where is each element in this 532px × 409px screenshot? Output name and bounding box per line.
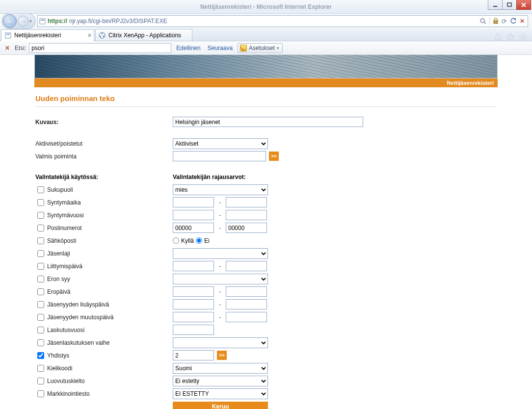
findbar-close-button[interactable]: ✕ <box>3 45 12 51</box>
svg-point-15 <box>103 35 104 36</box>
criteria-row-jasenyyden_muutospaiva: Jäsenyyden muutospäivä- <box>35 311 497 323</box>
criteria-checkbox-postinumerot[interactable] <box>37 225 44 231</box>
findbar-prev-button[interactable]: Edellinen <box>174 45 202 51</box>
criteria-checkbox-syntymavuosi[interactable] <box>37 212 44 219</box>
home-icon[interactable] <box>494 33 502 41</box>
criteria-radio-label-sahkoposti-opt2: Ei <box>204 237 210 244</box>
chevron-down-icon[interactable]: ▾ <box>29 19 32 24</box>
criteria-checkbox-sukupuoli[interactable] <box>37 186 44 193</box>
criteria-row-jasenlaskutuksen_vaihe: Jäsenlaskutuksen vaihe <box>35 336 497 349</box>
criteria-label-laskutusvuosi: Laskutusvuosi <box>47 327 84 333</box>
criteria-header-right: Valintatekijän rajausarvot: <box>173 174 246 180</box>
criteria-radio-sahkoposti-opt1[interactable] <box>173 237 179 244</box>
criteria-to-jasenyyden_lisayspaiva[interactable] <box>226 299 267 309</box>
criteria-from-jasenyyden_lisayspaiva[interactable] <box>173 299 214 309</box>
tab-close-button[interactable]: ✕ <box>87 32 92 39</box>
tab-label: Nettijäsenrekisteri <box>14 32 61 39</box>
criteria-checkbox-laskutusvuosi[interactable] <box>37 327 44 333</box>
criteria-label-jasenlaskutuksen_vaihe: Jäsenlaskutuksen vaihe <box>47 339 109 346</box>
criteria-row-markkinointiesto: MarkkinointiestoEI ESTETTY <box>35 387 497 400</box>
kuvaus-input[interactable] <box>173 117 363 127</box>
window-max-button[interactable] <box>502 0 517 10</box>
citrix-icon <box>99 32 106 39</box>
criteria-to-jasenyyden_muutospaiva[interactable] <box>226 312 267 322</box>
criteria-checkbox-jasenyyden_lisayspaiva[interactable] <box>37 301 44 308</box>
criteria-checkbox-liittymispaiva[interactable] <box>37 263 44 270</box>
criteria-row-eronsyy: Eron syy <box>35 273 497 285</box>
address-input[interactable] <box>67 17 477 26</box>
page-icon <box>4 32 11 39</box>
criteria-select-markkinointiesto[interactable]: EI ESTETTY <box>173 388 268 399</box>
findbar-input[interactable] <box>29 43 171 53</box>
window-min-button[interactable] <box>488 0 503 10</box>
criteria-from-syntymavuosi[interactable] <box>173 210 214 220</box>
nav-back-button[interactable]: ← <box>3 14 17 28</box>
criteria-checkbox-luovutuskielto[interactable] <box>37 378 44 384</box>
findbar-next-button[interactable]: Seuraava <box>206 45 235 51</box>
window-close-button[interactable] <box>516 0 531 10</box>
criteria-checkbox-markkinointiesto[interactable] <box>37 390 44 397</box>
criteria-from-syntymaaika[interactable] <box>173 197 214 207</box>
criteria-label-sukupuoli: Sukupuoli <box>47 186 73 193</box>
criteria-checkbox-yhdistys[interactable] <box>37 352 44 359</box>
svg-line-22 <box>521 34 522 35</box>
findbar-label: Etsi: <box>15 45 26 51</box>
criteria-select-eronsyy[interactable] <box>173 274 268 284</box>
aktiiviset-select[interactable]: Aktiiviset <box>173 138 268 149</box>
criteria-checkbox-eronsyy[interactable] <box>37 276 44 282</box>
svg-rect-1 <box>507 3 511 6</box>
criteria-from-liittymispaiva[interactable] <box>173 261 214 271</box>
banner-image <box>34 55 498 78</box>
criteria-select-jasenlaji[interactable] <box>173 248 268 259</box>
nav-forward-button[interactable]: → <box>18 16 28 26</box>
address-bar[interactable]: https:// ⟳ ✕ <box>37 15 528 27</box>
criteria-label-syntymaaika: Syntymäaika <box>47 199 81 206</box>
page-title: Uuden poiminnan teko <box>35 87 497 107</box>
criteria-label-jasenlaji: Jäsenlaji <box>47 250 70 257</box>
criteria-checkbox-kielikoodi[interactable] <box>37 365 44 372</box>
criteria-to-syntymaaika[interactable] <box>226 197 267 207</box>
criteria-from-postinumerot[interactable] <box>173 223 214 233</box>
site-name: Nettijäsenrekisteri <box>447 80 494 86</box>
gear-icon[interactable] <box>519 33 527 41</box>
criteria-input-laskutusvuosi[interactable] <box>173 325 214 335</box>
criteria-checkbox-jasenlaji[interactable] <box>37 250 44 257</box>
refresh-icon[interactable] <box>510 18 517 25</box>
criteria-go-yhdistys[interactable]: >> <box>217 351 227 360</box>
criteria-radio-sahkoposti-opt2[interactable] <box>196 237 202 244</box>
criteria-select-jasenlaskutuksen_vaihe[interactable] <box>173 337 268 348</box>
criteria-select-sukupuoli[interactable]: mies <box>173 184 268 195</box>
criteria-checkbox-sahkoposti[interactable] <box>37 237 44 244</box>
criteria-checkbox-eropaiva[interactable] <box>37 288 44 295</box>
valmis-label: Valmis poiminta <box>35 153 173 160</box>
compat-icon[interactable]: ⟳ <box>502 18 507 25</box>
criteria-label-luovutuskielto: Luovutuskielto <box>47 378 85 384</box>
valmis-go-button[interactable]: >> <box>269 152 279 161</box>
svg-line-25 <box>521 39 522 40</box>
criteria-select-luovutuskielto[interactable]: Ei estetty <box>173 376 268 386</box>
stop-icon[interactable]: ✕ <box>520 18 525 25</box>
criteria-row-luovutuskielto: LuovutuskieltoEi estetty <box>35 375 497 387</box>
criteria-from-jasenyyden_muutospaiva[interactable] <box>173 312 214 322</box>
submit-button[interactable]: Keruu <box>173 402 268 409</box>
criteria-checkbox-syntymaaika[interactable] <box>37 199 44 206</box>
criteria-to-eropaiva[interactable] <box>226 286 267 297</box>
search-icon[interactable] <box>479 18 486 25</box>
criteria-from-eropaiva[interactable] <box>173 286 214 297</box>
criteria-input-yhdistys[interactable] <box>173 350 214 360</box>
valmis-input[interactable] <box>173 151 266 161</box>
tab-nettijasenrekisteri[interactable]: Nettijäsenrekisteri ✕ <box>1 29 94 41</box>
tab-citrix-xenapp[interactable]: Citrix XenApp - Applications <box>95 29 192 41</box>
criteria-checkbox-jasenyyden_muutospaiva[interactable] <box>37 314 44 321</box>
criteria-select-kielikoodi[interactable]: Suomi <box>173 363 268 374</box>
svg-rect-11 <box>6 34 10 35</box>
kuvaus-label: Kuvaus: <box>35 119 173 126</box>
criteria-checkbox-jasenlaskutuksen_vaihe[interactable] <box>37 339 44 346</box>
criteria-to-postinumerot[interactable] <box>226 223 267 233</box>
criteria-to-syntymavuosi[interactable] <box>226 210 267 220</box>
content-scroll[interactable]: Nettijäsenrekisteri Uuden poiminnan teko… <box>0 55 532 409</box>
criteria-row-syntymaaika: Syntymäaika- <box>35 196 497 208</box>
findbar-settings-button[interactable]: Asetukset ▾ <box>238 43 283 53</box>
star-icon[interactable] <box>506 33 514 41</box>
criteria-to-liittymispaiva[interactable] <box>226 261 267 271</box>
